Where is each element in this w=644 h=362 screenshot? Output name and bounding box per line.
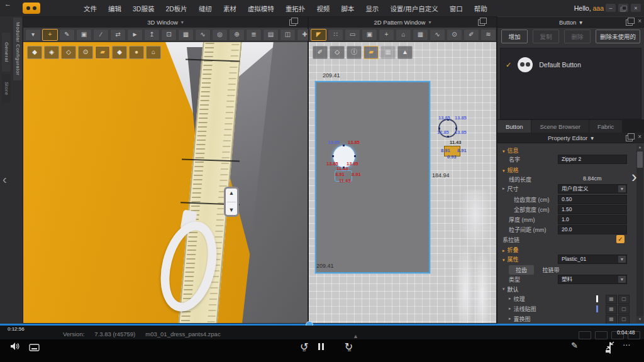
2d-tool-button[interactable]: ⌂ [396,29,411,41]
3d-tool-button[interactable]: ► [127,29,143,41]
row-arrow-icon[interactable]: ▸ [509,306,511,310]
pause-button[interactable] [318,343,324,350]
2d-tool-button[interactable]: ◤ [311,29,326,41]
float-window-icon[interactable] [478,19,485,26]
chevron-down-icon[interactable]: ▾ [428,19,431,25]
more-options-icon[interactable]: ⋯ [623,341,630,349]
3d-tool-button[interactable]: ⇄ [110,29,126,41]
scroll-down-icon[interactable]: ▼ [636,316,643,322]
minimize-button[interactable]: – [606,4,616,12]
menu-item[interactable]: 2D板片 [160,4,192,13]
section-arrow-icon[interactable]: ▸ [502,248,505,253]
next-chapter-arrow[interactable]: › [631,167,637,187]
fasten-zipper-checkbox[interactable]: ✓ [616,235,625,243]
2d-canvas[interactable]: 209.41 209.41 184.94 13.8513.8513.8513.8… [309,42,496,323]
3d-display-toggle[interactable]: ⊙ [78,46,93,59]
expand-controls-icon[interactable]: ▲ [353,333,358,339]
type-dropdown[interactable]: 塑料▼ [558,275,627,284]
username[interactable]: aaa [592,4,604,12]
menu-item[interactable]: 编辑 [103,4,127,13]
button-list-item[interactable]: ✓ Default Button [506,56,638,74]
2d-tool-button[interactable]: ∿ [430,29,445,41]
menu-item[interactable]: 重拓扑 [280,4,311,13]
sidebar-tab-modular-configurator[interactable]: Modular Configurator [13,18,22,80]
2d-tool-button[interactable]: ▭ [345,29,360,41]
2d-tool-button[interactable]: ▦ [413,29,428,41]
row-arrow-icon[interactable]: ▸ [509,296,511,300]
particle-distance-input[interactable]: 20.0 [558,225,627,234]
float-window-icon[interactable] [626,19,633,26]
chevron-down-icon[interactable]: ▾ [181,19,184,25]
section-arrow-icon[interactable]: ▾ [502,258,505,262]
section-arrow-icon[interactable]: ▾ [502,287,505,291]
chevron-down-icon[interactable]: ▾ [591,134,594,141]
3d-display-toggle[interactable]: ◆ [27,46,42,59]
subtab-tape[interactable]: 拉链带 [536,265,567,275]
panel-tab[interactable]: Fabric [589,120,622,133]
menu-item[interactable]: 脚本 [335,4,360,13]
forward-30-button[interactable]: ↻30 [345,341,353,352]
size-dropdown[interactable]: 用户自定义▼ [558,184,627,194]
prev-chapter-arrow[interactable]: ‹ [3,172,7,187]
3d-tool-button[interactable]: ◫ [280,29,296,41]
rewind-10-button[interactable]: ↺10 [300,341,308,352]
2d-display-toggle[interactable]: ✐ [313,46,328,59]
menu-item[interactable]: 视频 [311,4,335,13]
2d-tool-button[interactable]: + [379,29,394,41]
3d-tool-button[interactable]: ∿ [195,29,211,41]
close-icon[interactable]: × [638,18,641,25]
action-button[interactable]: 删除未使用的 [596,30,640,43]
3d-tool-button[interactable]: ▦ [178,29,194,41]
normal-browse-button[interactable]: ▦ [606,305,617,314]
3d-tool-button[interactable]: ⊡ [161,29,177,41]
3d-tool-button[interactable]: ◎ [212,29,228,41]
thickness-input[interactable]: 1.0 [558,215,627,224]
3d-tool-button[interactable]: ▣ [76,29,92,41]
displacement-clear-button[interactable]: ▢ [618,315,630,324]
panel-tab[interactable]: Scene Browser [531,120,588,133]
3d-display-toggle[interactable]: ▰ [95,46,110,59]
display-capture-icon[interactable] [29,343,40,354]
action-button[interactable]: 增加 [501,30,528,43]
zipper-down-button[interactable]: ▼ [229,207,235,213]
menu-item[interactable]: 显示 [360,4,384,13]
menu-item[interactable]: 设置/用户自定义 [384,4,443,13]
close-button[interactable]: × [631,4,641,12]
annotate-pencil-icon[interactable]: ✎ [571,341,578,350]
menu-item[interactable]: 文件 [78,4,103,13]
3d-tool-button[interactable]: ▤ [263,29,279,41]
menu-item[interactable]: 帮助 [469,4,493,13]
3d-tool-button[interactable]: ✎ [59,29,75,41]
zipper-up-button[interactable]: ▲ [229,190,235,196]
float-window-icon[interactable] [289,19,296,26]
row-arrow-icon[interactable]: ▸ [502,186,505,190]
row-arrow-icon[interactable]: ▸ [509,316,511,321]
back-arrow-icon[interactable]: ← [4,0,11,8]
panel-tab[interactable]: Button [497,120,531,133]
2d-display-toggle[interactable]: ◇ [330,46,345,59]
action-button[interactable]: 删除 [564,30,591,43]
total-width-input[interactable]: 1.50 [558,205,627,214]
2d-tool-button[interactable]: ≋ [480,29,496,41]
3d-tool-button[interactable]: + [42,29,58,41]
2d-display-toggle[interactable]: ▦ [380,46,396,59]
clo-logo[interactable] [23,3,40,14]
2d-tool-button[interactable]: ⊙ [447,29,462,41]
texture-clear-button[interactable]: ▢ [618,295,630,304]
volume-icon[interactable] [10,342,20,353]
3d-display-toggle[interactable]: ◈ [44,46,59,59]
3d-tool-button[interactable]: ▾ [25,29,41,41]
displacement-browse-button[interactable]: ▦ [606,315,617,324]
menu-item[interactable]: 缝纫 [193,4,218,13]
3d-display-toggle[interactable]: ⌂ [146,46,161,59]
restore-button[interactable] [618,4,628,12]
name-input[interactable]: Zipper 2 [558,155,627,164]
3d-tool-button[interactable]: ↥ [144,29,160,41]
action-button[interactable]: 复制 [533,30,559,43]
subtab-teeth[interactable]: 拉齿 [509,265,534,275]
2d-tool-button[interactable]: ✐ [464,29,479,41]
2d-tool-button[interactable]: ∷ [328,29,343,41]
float-window-icon[interactable] [626,135,633,141]
3d-viewport[interactable]: ▲ ▼ ◆◈◇⊙▰◆●⌂ [23,42,308,323]
scroll-thumb[interactable] [637,151,643,168]
